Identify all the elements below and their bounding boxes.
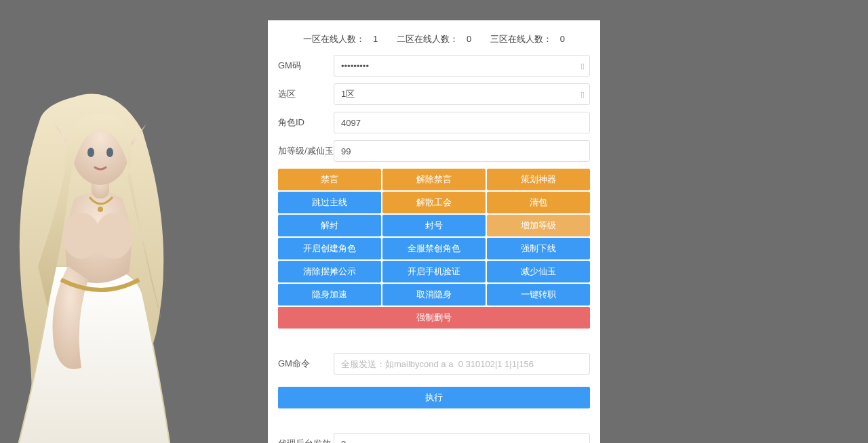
svg-rect-2: [92, 171, 109, 198]
force-offline-button[interactable]: 强制下线: [487, 238, 590, 259]
disband-guild-button[interactable]: 解散工会: [382, 192, 486, 213]
clear-bag-button[interactable]: 清包: [487, 192, 590, 213]
reduce-xianyu-button[interactable]: 减少仙玉: [487, 261, 590, 282]
planner-tool-button[interactable]: 策划神器: [487, 169, 590, 190]
role-id-input[interactable]: [334, 112, 590, 133]
clear-stall-notice-button[interactable]: 清除摆摊公示: [278, 261, 381, 282]
svg-point-1: [95, 213, 133, 259]
zone2-online: 二区在线人数：0: [393, 34, 475, 44]
agent-send-label: 代理后台发放: [278, 438, 334, 443]
gm-code-input[interactable]: [334, 55, 590, 77]
add-level-button[interactable]: 增加等级: [487, 215, 590, 236]
admin-panel: 一区在线人数：1 二区在线人数：0 三区在线人数：0 GM码 ▯ 选区 ▯ 角色…: [268, 20, 600, 443]
zone-select[interactable]: [334, 83, 590, 105]
character-illustration: [0, 77, 224, 443]
enable-phone-verify-button[interactable]: 开启手机验证: [382, 261, 486, 282]
gm-cmd-label: GM命令: [278, 358, 334, 370]
disable-create-role-button[interactable]: 全服禁创角色: [382, 238, 486, 259]
zone3-online: 三区在线人数：0: [486, 34, 569, 44]
ban-button[interactable]: 封号: [382, 215, 486, 236]
action-buttons: 禁言 解除禁言 策划神器 跳过主线 解散工会 清包 解封 封号 增加等级 开启创…: [278, 169, 590, 329]
enable-create-role-button[interactable]: 开启创建角色: [278, 238, 381, 259]
execute-button[interactable]: 执行: [278, 387, 590, 408]
svg-point-3: [72, 117, 129, 185]
zone1-online: 一区在线人数：1: [299, 34, 382, 44]
stealth-speed-button[interactable]: 隐身加速: [278, 284, 381, 305]
level-input[interactable]: [334, 140, 590, 162]
svg-point-0: [62, 213, 100, 259]
zone-label: 选区: [278, 88, 334, 100]
svg-point-6: [98, 207, 103, 212]
role-id-label: 角色ID: [278, 117, 334, 129]
force-delete-account-button[interactable]: 强制删号: [278, 307, 590, 329]
gm-cmd-input[interactable]: [334, 353, 590, 375]
one-key-reclass-button[interactable]: 一键转职: [487, 284, 590, 305]
gm-code-label: GM码: [278, 60, 334, 72]
unban-button[interactable]: 解封: [278, 215, 381, 236]
unmute-button[interactable]: 解除禁言: [382, 169, 486, 190]
level-label: 加等级/减仙玉: [278, 145, 334, 157]
cancel-stealth-button[interactable]: 取消隐身: [382, 284, 486, 305]
svg-point-4: [87, 148, 94, 157]
skip-main-button[interactable]: 跳过主线: [278, 192, 381, 213]
agent-send-input[interactable]: [334, 433, 590, 443]
online-counts: 一区在线人数：1 二区在线人数：0 三区在线人数：0: [278, 30, 590, 55]
mute-button[interactable]: 禁言: [278, 169, 381, 190]
svg-point-5: [106, 148, 113, 157]
